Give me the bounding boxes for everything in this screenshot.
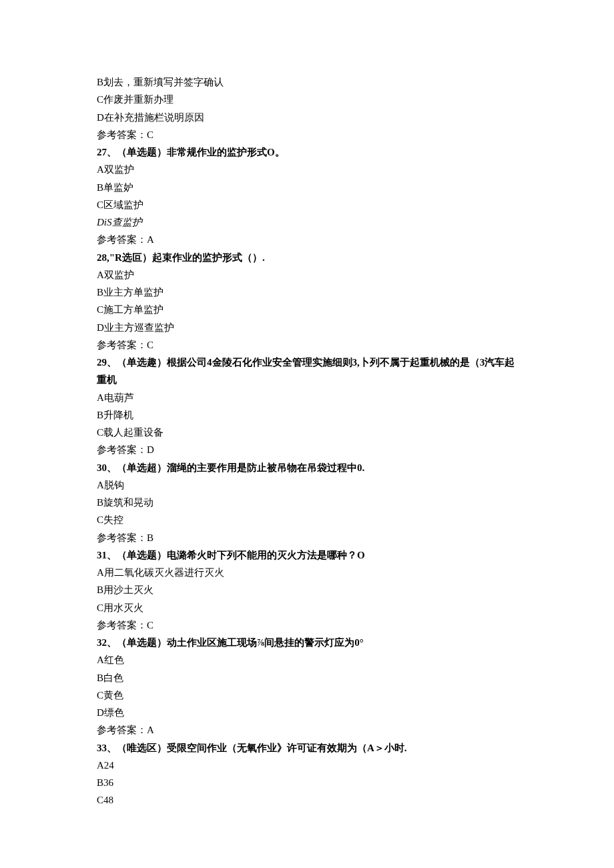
text-line: 33、（唯选区）受限空间作业（无氧作业》许可证有效期为（A＞小时.: [97, 739, 517, 757]
text-line: D缥色: [97, 704, 517, 721]
text-line: C载人起重设备: [97, 424, 517, 441]
text-line: A双监护: [97, 161, 517, 178]
text-line: 27、（单选题）非常规作业的监护形式O。: [97, 143, 517, 161]
text-line: B划去，重新墳写并签字确认: [97, 73, 517, 91]
text-line: C失控: [97, 511, 517, 528]
text-line: A电葫芦: [97, 389, 517, 406]
text-line: 31、（单选题）电潞希火时下列不能用的灭火方法是哪种？O: [97, 546, 517, 564]
text-line: A脱钩: [97, 476, 517, 494]
text-line: A24: [97, 757, 517, 774]
text-line: D业主方巡查监护: [97, 319, 517, 336]
text-line: B用沙土灭火: [97, 581, 517, 598]
text-line: 参考答案：A: [97, 721, 517, 739]
document-content: B划去，重新墳写并签字确认C作废并重新办理D在补充措施栏说明原因参考答案：C27…: [97, 73, 517, 809]
text-line: C施工方单监护: [97, 301, 517, 318]
text-line: 参考答案：C: [97, 126, 517, 143]
text-line: C黄色: [97, 687, 517, 704]
text-line: C用水灭火: [97, 599, 517, 616]
text-line: 参考答案：A: [97, 231, 517, 248]
text-line: D在补充措施栏说明原因: [97, 109, 517, 126]
text-line: B旋筑和晃动: [97, 494, 517, 511]
text-line: B业主方单监护: [97, 284, 517, 301]
text-line: 参考答案：D: [97, 441, 517, 458]
text-line: B升降机: [97, 406, 517, 424]
text-line: 32、（单选题）动土作业区施工现场⅞间悬挂的警示灯应为0°: [97, 634, 517, 651]
text-line: 参考答案：C: [97, 336, 517, 354]
text-line: 29、（单选趣）根据公司4金陵石化作业安全管理实施细则3,卜列不属于起重机械的是…: [97, 354, 517, 389]
text-line: B36: [97, 774, 517, 791]
text-line: A双监护: [97, 266, 517, 284]
text-line: A红色: [97, 651, 517, 669]
text-line: 参考答案：B: [97, 529, 517, 546]
text-line: C作废并重新办理: [97, 91, 517, 108]
text-line: B单监妒: [97, 179, 517, 196]
text-line: B白色: [97, 669, 517, 687]
text-line: C区域监护: [97, 196, 517, 213]
text-line: 28,"R选叵）起束作业的监护形式（）.: [97, 249, 517, 266]
text-line: 30、（单选超）溜绳的主要作用是防止被吊物在吊袋过程中0.: [97, 459, 517, 476]
text-line: C48: [97, 791, 517, 809]
text-line: A用二氧化碳灭火器进行灭火: [97, 564, 517, 581]
text-line: DiS查监护: [97, 213, 517, 231]
text-line: 参考答案：C: [97, 616, 517, 634]
